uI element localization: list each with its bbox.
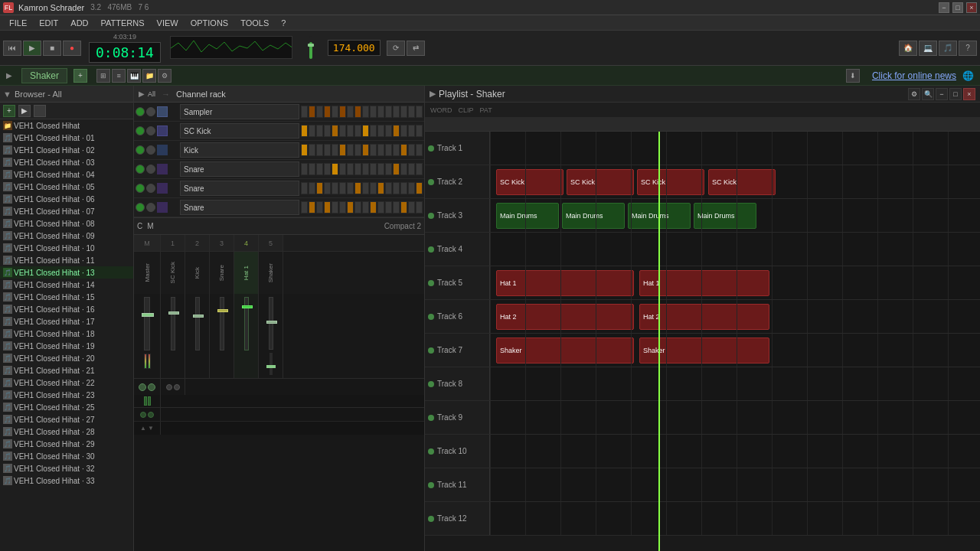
sidebar-item-11[interactable]: 🎵VEH1 Closed Hihat · 11 [0,254,133,266]
bpm-display[interactable]: 174.000 [328,40,381,56]
sidebar-item-12[interactable]: 🎵VEH1 Closed Hihat · 13 [0,266,133,279]
sidebar-item-3[interactable]: 🎵VEH1 Closed Hihat · 03 [0,156,133,168]
track-content-7[interactable]: Shaker Shaker [490,334,980,367]
beat-btn[interactable] [385,182,392,194]
beat-btn[interactable] [309,144,315,156]
browser-btn[interactable]: 📁 [142,69,156,83]
loop-button[interactable]: ⟳ [387,41,405,56]
track-content-2[interactable]: SC Kick SC Kick SC Kick SC Kick [490,165,980,198]
beat-btn[interactable] [408,144,415,156]
sidebar-item-27[interactable]: 🎵VEH1 Closed Hihat · 30 [0,450,133,462]
sidebar-item-22[interactable]: 🎵VEH1 Closed Hihat · 23 [0,389,133,401]
beat-btn[interactable] [377,163,384,175]
channel-color-btn[interactable] [157,164,168,174]
beat-btn[interactable] [339,201,346,214]
segment-drums-4[interactable]: Main Drums [694,203,756,229]
beat-btn[interactable] [385,144,392,156]
beat-btn[interactable] [408,125,415,137]
rewind-button[interactable]: ⏮ [3,41,21,56]
knob[interactable] [174,384,180,390]
beat-btn[interactable] [324,201,331,214]
track-content-11[interactable] [490,468,980,501]
sidebar-item-5[interactable]: 🎵VEH1 Closed Hihat · 05 [0,181,133,193]
channel-rack-btn[interactable]: ⊞ [96,69,110,83]
beat-btn[interactable] [301,106,308,118]
beat-btn[interactable] [385,201,392,214]
beat-btn[interactable] [393,163,400,175]
beat-btn[interactable] [332,106,338,118]
beat-btn[interactable] [347,163,354,175]
menu-tools[interactable]: TOOLS [234,17,275,29]
knob[interactable] [148,383,155,391]
beat-btn[interactable] [370,182,377,194]
settings-button[interactable] [34,105,46,117]
beat-btn[interactable] [385,163,392,175]
cpu-button[interactable]: 💻 [919,41,937,56]
menu-patterns[interactable]: PATTERNS [95,17,151,29]
beat-btn[interactable] [362,163,369,175]
beat-btn[interactable] [354,201,361,214]
export-btn[interactable]: ⬇ [846,69,860,83]
plugin-btn[interactable]: ⚙ [158,69,172,83]
beat-btn[interactable] [393,144,400,156]
channel-name-kick[interactable]: Kick [180,142,299,158]
beat-btn[interactable] [332,144,338,156]
menu-file[interactable]: FILE [3,17,33,29]
beat-btn[interactable] [370,201,377,214]
sidebar-item-17[interactable]: 🎵VEH1 Closed Hihat · 18 [0,328,133,340]
segment-sckick-2[interactable]: SC Kick [567,169,634,195]
instrument-label[interactable]: Shaker [21,68,67,83]
sidebar-item-29[interactable]: 🎵VEH1 Closed Hihat · 33 [0,474,133,487]
beat-btn[interactable] [309,182,315,194]
beat-btn[interactable] [339,144,346,156]
news-link[interactable]: Click for online news [872,70,956,81]
arrow-down-icon[interactable]: ▼ [148,425,154,432]
beat-btn[interactable] [324,163,331,175]
beat-btn[interactable] [400,144,407,156]
beat-btn[interactable] [354,182,361,194]
playlist-tool-1[interactable]: ⚙ [908,88,920,100]
add-item-button[interactable]: + [3,105,15,117]
beat-btn[interactable] [400,106,407,118]
channel-mute-btn[interactable] [146,145,155,155]
beat-btn[interactable] [362,106,369,118]
beat-btn[interactable] [416,163,423,175]
sidebar-item-0[interactable]: 📁VEH1 Closed Hihat [0,119,133,132]
stop-button[interactable]: ■ [43,41,61,56]
beat-btn[interactable] [347,201,354,214]
beat-btn[interactable] [377,106,384,118]
beat-btn[interactable] [377,182,384,194]
beat-btn[interactable] [362,182,369,194]
beat-btn[interactable] [408,182,415,194]
beat-btn[interactable] [416,144,423,156]
shaker-fader-thumb[interactable] [266,321,277,324]
sidebar-item-26[interactable]: 🎵VEH1 Closed Hihat · 29 [0,438,133,450]
channel-mute-btn[interactable] [146,126,155,135]
knob[interactable] [166,384,172,390]
channel-mute-btn[interactable] [146,203,155,212]
sidebar-item-7[interactable]: 🎵VEH1 Closed Hihat · 07 [0,205,133,217]
track-content-8[interactable] [490,367,980,400]
playlist-close-btn[interactable]: × [963,88,975,100]
track-content-4[interactable] [490,233,980,266]
sidebar-item-13[interactable]: 🎵VEH1 Closed Hihat · 14 [0,279,133,291]
channel-color-btn[interactable] [157,202,168,213]
beat-btn[interactable] [416,125,423,137]
channel-name-sampler[interactable]: Sampler [180,104,299,119]
channel-color-btn[interactable] [157,126,168,136]
sidebar-item-25[interactable]: 🎵VEH1 Closed Hihat · 28 [0,425,133,438]
channel-mute-btn[interactable] [146,107,155,116]
beat-btn[interactable] [324,106,331,118]
menu-options[interactable]: OPTIONS [185,17,235,29]
maximize-button[interactable]: □ [952,2,963,13]
segment-shaker-1[interactable]: Shaker [496,337,634,364]
beat-btn[interactable] [385,125,392,137]
playlist-tool-2[interactable]: 🔍 [922,88,934,100]
menu-help[interactable]: ? [275,17,292,29]
channel-active-btn[interactable] [136,203,145,212]
playlist-maximize-btn[interactable]: □ [949,88,962,100]
track-content-1[interactable] [490,132,980,165]
sidebar-item-23[interactable]: 🎵VEH1 Closed Hihat · 25 [0,401,133,413]
beat-btn[interactable] [370,125,377,137]
beat-btn[interactable] [347,182,354,194]
